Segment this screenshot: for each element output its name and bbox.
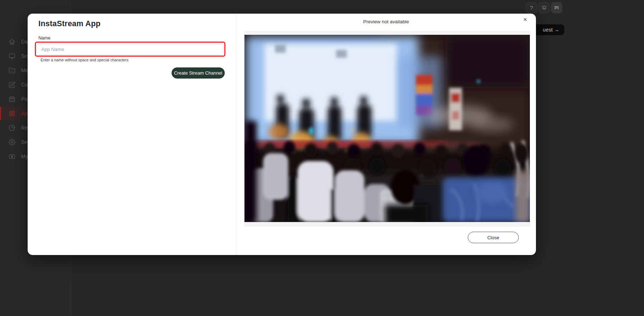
publish-calendar-icon bbox=[9, 96, 15, 103]
notification-button[interactable] bbox=[538, 2, 550, 13]
topbar-controls: ? PI bbox=[526, 2, 562, 13]
apps-grid-icon bbox=[9, 110, 15, 117]
instastream-modal: InstaStream App Name Enter a name withou… bbox=[28, 14, 536, 255]
home-icon bbox=[9, 38, 15, 45]
name-label: Name bbox=[38, 36, 50, 41]
close-icon[interactable]: × bbox=[523, 16, 527, 23]
help-button[interactable]: ? bbox=[526, 2, 537, 13]
report-pie-icon bbox=[9, 124, 15, 131]
compose-icon bbox=[9, 81, 15, 88]
modal-preview-pane: Preview not available × bbox=[236, 14, 536, 255]
screen-icon bbox=[9, 53, 15, 60]
app-name-input[interactable] bbox=[37, 43, 224, 55]
name-helper-text: Enter a name without space and special c… bbox=[41, 58, 129, 62]
notification-bell-icon bbox=[541, 5, 547, 11]
active-indicator-bar bbox=[0, 107, 1, 120]
modal-title: InstaStream App bbox=[38, 19, 101, 28]
close-button[interactable]: Close bbox=[468, 232, 519, 243]
name-field-highlight bbox=[35, 42, 225, 57]
modal-form-pane: InstaStream App Name Enter a name withou… bbox=[28, 14, 236, 255]
preview-status-text: Preview not available bbox=[236, 19, 536, 24]
avatar[interactable]: PI bbox=[551, 2, 562, 13]
preview-container bbox=[244, 31, 530, 227]
media-folder-icon bbox=[9, 67, 15, 74]
help-icon: ? bbox=[530, 5, 533, 11]
create-stream-channel-button[interactable]: Create Stream Channel bbox=[172, 67, 225, 79]
conference-audience-photo bbox=[244, 35, 530, 222]
settings-gear-icon bbox=[9, 139, 15, 146]
subscription-cash-icon bbox=[9, 153, 15, 160]
